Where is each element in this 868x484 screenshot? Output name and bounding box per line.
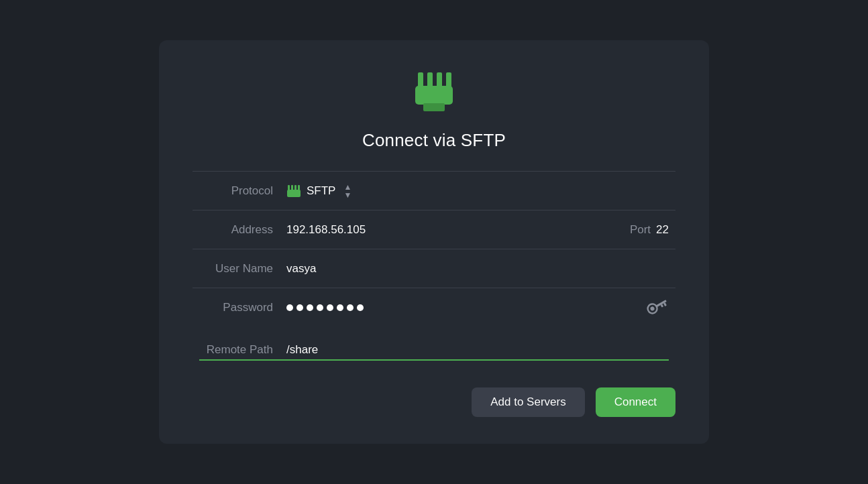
password-row: Password [193, 288, 675, 327]
dot-2 [296, 304, 303, 311]
key-icon[interactable] [644, 294, 672, 321]
dialog-icon-area [410, 67, 458, 118]
form-section: Protocol SFTP ▲ ▼ Address 192.168.56.10 [193, 171, 675, 327]
dot-5 [327, 304, 333, 311]
address-label: Address [199, 223, 286, 237]
svg-rect-10 [287, 190, 301, 197]
buttons-row: Add to Servers Connect [193, 387, 675, 417]
remote-path-section: Remote Path /share [193, 343, 675, 361]
svg-rect-4 [415, 86, 453, 105]
add-to-servers-button[interactable]: Add to Servers [472, 387, 584, 417]
dot-4 [317, 304, 323, 311]
connect-button[interactable]: Connect [596, 387, 675, 417]
protocol-row: Protocol SFTP ▲ ▼ [193, 172, 675, 210]
dialog-title: Connect via SFTP [362, 130, 506, 151]
svg-rect-5 [423, 103, 445, 111]
port-label: Port [630, 223, 651, 237]
svg-point-12 [649, 306, 655, 311]
dot-8 [357, 304, 364, 311]
remote-path-row: Remote Path /share [199, 343, 669, 361]
username-row: User Name vasya [193, 249, 675, 288]
port-value[interactable]: 22 [656, 223, 669, 237]
sftp-dialog: Connect via SFTP Protocol SFTP ▲ ▼ [159, 40, 709, 444]
username-label: User Name [199, 262, 286, 276]
password-label: Password [199, 301, 286, 314]
password-dots[interactable] [286, 304, 669, 311]
remote-path-value[interactable]: /share [286, 343, 669, 357]
username-value[interactable]: vasya [286, 262, 669, 276]
protocol-selector[interactable]: SFTP ▲ ▼ [286, 183, 351, 199]
address-row: Address 192.168.56.105 Port 22 [193, 210, 675, 249]
address-value[interactable]: 192.168.56.105 [286, 223, 669, 237]
port-section: Port 22 [630, 223, 669, 237]
dot-6 [337, 304, 343, 311]
dot-7 [347, 304, 354, 311]
dot-1 [286, 304, 293, 311]
remote-path-label: Remote Path [199, 343, 286, 357]
protocol-arrows: ▲ ▼ [343, 183, 351, 199]
protocol-value: SFTP [307, 184, 335, 198]
protocol-sftp-icon [286, 184, 301, 198]
protocol-label: Protocol [199, 184, 286, 198]
dot-3 [307, 304, 313, 311]
ethernet-icon [410, 67, 458, 115]
